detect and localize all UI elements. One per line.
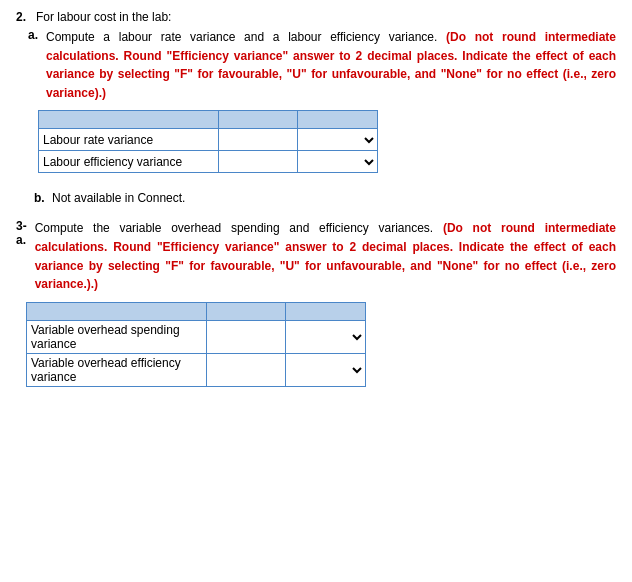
overhead-variance-table: Variable overhead spending variance F U … xyxy=(26,302,366,387)
section-2: 2. For labour cost in the lab: a. Comput… xyxy=(16,10,616,205)
part-b-label: b. xyxy=(34,191,45,205)
table-row: Variable overhead efficiency variance F … xyxy=(27,353,366,386)
table-row: Labour efficiency variance F U None xyxy=(39,151,378,173)
labour-rate-effect-select[interactable]: F U None xyxy=(298,132,377,148)
overhead-header-col-label xyxy=(27,302,207,320)
overhead-spending-effect-select[interactable]: F U None xyxy=(286,329,365,345)
overhead-spending-effect-cell[interactable]: F U None xyxy=(286,320,366,353)
section-3a: 3-a. Compute the variable overhead spend… xyxy=(16,219,616,386)
header-col-value xyxy=(218,111,298,129)
table-row: Variable overhead spending variance F U … xyxy=(27,320,366,353)
section-2-number: 2. xyxy=(16,10,32,24)
labour-efficiency-label: Labour efficiency variance xyxy=(39,151,219,173)
section-3a-plain: Compute the variable overhead spending a… xyxy=(35,221,434,235)
part-a-label: a. xyxy=(28,28,38,42)
overhead-efficiency-effect-cell[interactable]: F U None xyxy=(286,353,366,386)
labour-efficiency-value-cell[interactable] xyxy=(218,151,298,173)
overhead-spending-label: Variable overhead spending variance xyxy=(27,320,207,353)
overhead-spending-value-cell[interactable] xyxy=(206,320,286,353)
part-b-text: Not available in Connect. xyxy=(52,191,185,205)
overhead-variance-table-wrapper: Variable overhead spending variance F U … xyxy=(16,302,616,387)
table-row: Labour rate variance F U None xyxy=(39,129,378,151)
labour-efficiency-effect-cell[interactable]: F U None xyxy=(298,151,378,173)
overhead-efficiency-value-cell[interactable] xyxy=(206,353,286,386)
section-3a-instruction: Compute the variable overhead spending a… xyxy=(35,219,616,293)
labour-variance-table-wrapper: Labour rate variance F U None xyxy=(28,110,616,173)
overhead-header-col-effect xyxy=(286,302,366,320)
section-3a-number: 3-a. xyxy=(16,219,27,247)
part-a-instruction: Compute a labour rate variance and a lab… xyxy=(46,28,616,102)
overhead-efficiency-label: Variable overhead efficiency variance xyxy=(27,353,207,386)
overhead-header-col-value xyxy=(206,302,286,320)
section-2a: a. Compute a labour rate variance and a … xyxy=(28,28,616,173)
section-2b: b. Not available in Connect. xyxy=(34,191,616,205)
overhead-spending-value-input[interactable] xyxy=(207,328,286,346)
labour-efficiency-value-input[interactable] xyxy=(219,153,298,171)
labour-rate-label: Labour rate variance xyxy=(39,129,219,151)
table-header-row xyxy=(39,111,378,129)
section-2-label: For labour cost in the lab: xyxy=(36,10,171,24)
overhead-header-row xyxy=(27,302,366,320)
labour-variance-table: Labour rate variance F U None xyxy=(38,110,378,173)
header-col-effect xyxy=(298,111,378,129)
labour-rate-effect-cell[interactable]: F U None xyxy=(298,129,378,151)
part-a-plain: Compute a labour rate variance and a lab… xyxy=(46,30,437,44)
header-col-label xyxy=(39,111,219,129)
labour-rate-value-cell[interactable] xyxy=(218,129,298,151)
labour-efficiency-effect-select[interactable]: F U None xyxy=(298,154,377,170)
overhead-efficiency-effect-select[interactable]: F U None xyxy=(286,362,365,378)
labour-rate-value-input[interactable] xyxy=(219,131,298,149)
overhead-efficiency-value-input[interactable] xyxy=(207,361,286,379)
